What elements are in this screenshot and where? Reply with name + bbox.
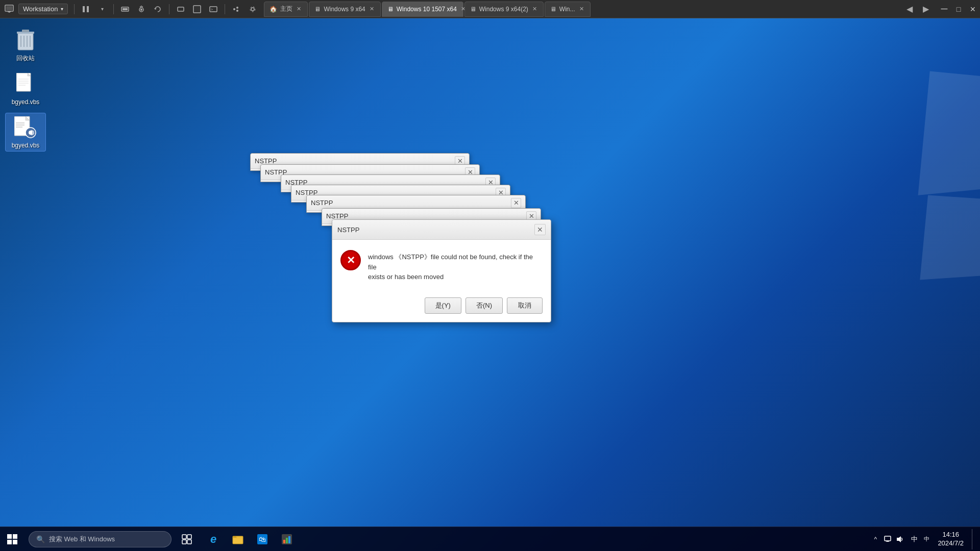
svg-rect-48: [286, 538, 288, 543]
tab-home[interactable]: 🏠 主页 ✕: [264, 2, 308, 17]
taskbar-right: ^ 中 中: [870, 529, 980, 549]
svg-point-16: [236, 7, 238, 9]
win9x64-tab-close[interactable]: ✕: [369, 6, 375, 12]
win9x64-tab-icon: 🖥: [314, 6, 321, 13]
bgyed-vbs-1-label: bgyed.vbs: [12, 98, 40, 106]
main-error-dialog[interactable]: NSTPP ✕ windows 《NSTPP》file could not be…: [332, 219, 551, 322]
network-tray-icon[interactable]: [883, 534, 893, 544]
pause-chevron[interactable]: ▾: [95, 2, 109, 16]
view-dropdown-button[interactable]: [229, 2, 243, 16]
yes-button[interactable]: 是(Y): [425, 297, 461, 314]
clock[interactable]: 14:16 2024/7/2: [934, 531, 968, 548]
language-indicator[interactable]: 中: [909, 535, 920, 544]
error-line-1: windows 《NSTPP》file could not be found, …: [368, 253, 533, 271]
nav-arrows: ◀ ▶: [898, 2, 937, 16]
main-dialog-title: NSTPP: [337, 226, 359, 234]
win10-tab-label: Windows 10 1507 x64: [397, 6, 457, 13]
svg-rect-12: [194, 7, 200, 12]
bgyed-vbs-2-image: ⚙: [13, 115, 38, 140]
system-tray: ^: [870, 534, 905, 544]
svg-rect-22: [22, 30, 29, 32]
svg-rect-5: [87, 6, 89, 12]
home-tab-close[interactable]: ✕: [296, 6, 302, 12]
maximize-button[interactable]: □: [951, 2, 966, 16]
desktop-icons-area: 回收站 bgyed.vbs: [5, 26, 46, 152]
dialog-6-title: NSTPP: [326, 212, 348, 220]
home-tab-icon: 🏠: [270, 6, 277, 13]
snapshot-button[interactable]: [134, 2, 149, 16]
svg-point-17: [236, 10, 238, 12]
main-dialog-body: windows 《NSTPP》file could not be found, …: [332, 240, 551, 292]
svg-rect-4: [83, 6, 85, 12]
win-extra-tab-close[interactable]: ✕: [578, 6, 585, 12]
cancel-button[interactable]: 取消: [507, 297, 543, 314]
taskbar-app-icons: e 🛍: [198, 528, 302, 550]
tab-win-extra[interactable]: 🖥 Win... ✕: [545, 2, 591, 17]
svg-rect-41: [182, 540, 186, 544]
bgyed-vbs-2-icon[interactable]: ⚙ bgyed.vbs: [5, 113, 46, 152]
tray-expand-button[interactable]: ^: [870, 534, 880, 544]
svg-text:>_: >_: [211, 8, 215, 12]
svg-rect-42: [187, 540, 191, 544]
start-icon: [7, 534, 17, 544]
svg-rect-40: [187, 535, 191, 539]
vm-icon: [4, 4, 14, 14]
separator-4: [225, 4, 225, 14]
no-button[interactable]: 否(N): [465, 297, 503, 314]
fit-window-button[interactable]: [174, 2, 188, 16]
explorer-taskbar-icon[interactable]: [227, 528, 249, 550]
svg-marker-53: [897, 536, 901, 542]
toolbar-left: Workstation ▾ ▾: [0, 2, 264, 16]
svg-rect-7: [122, 8, 128, 10]
send-ctrl-alt-del-button[interactable]: [118, 2, 132, 16]
close-button[interactable]: ✕: [966, 2, 980, 16]
tab-win9x64-2[interactable]: 🖥 Windows 9 x64(2) ✕: [464, 2, 544, 17]
show-desktop-button[interactable]: [972, 529, 976, 549]
recycle-bin-icon[interactable]: 回收站: [5, 26, 46, 65]
main-dialog-close-button[interactable]: ✕: [534, 224, 546, 235]
store-taskbar-icon[interactable]: 🛍: [251, 528, 274, 550]
bgyed-vbs-1-icon[interactable]: bgyed.vbs: [5, 70, 46, 108]
separator-3: [169, 4, 169, 14]
svg-rect-39: [182, 535, 186, 539]
svg-rect-49: [288, 536, 290, 543]
error-line-2: exists or has been moved: [368, 273, 444, 281]
dialog-1-title: NSTPP: [255, 157, 277, 165]
input-method-label: 中: [924, 535, 929, 543]
task-view-button[interactable]: [176, 528, 198, 550]
error-message: windows 《NSTPP》file could not be found, …: [368, 250, 543, 282]
win9x64-2-tab-close[interactable]: ✕: [531, 6, 538, 12]
chart-taskbar-icon[interactable]: [276, 528, 298, 550]
pause-button[interactable]: [79, 2, 93, 16]
main-dialog-titlebar: NSTPP ✕: [332, 220, 551, 240]
chevron-down-icon: ▾: [61, 6, 63, 12]
separator-2: [113, 4, 114, 14]
svg-rect-47: [283, 540, 285, 543]
nav-back-button[interactable]: ◀: [902, 2, 917, 16]
window-controls: ─ □ ✕: [937, 2, 980, 16]
svg-text:🛍: 🛍: [259, 535, 266, 543]
search-placeholder: 搜索 Web 和 Windows: [49, 535, 115, 544]
edge-taskbar-icon[interactable]: e: [202, 528, 225, 550]
volume-tray-icon[interactable]: [895, 534, 905, 544]
console-button[interactable]: >_: [206, 2, 220, 16]
dialog-5-close[interactable]: ✕: [511, 198, 521, 208]
revert-button[interactable]: [151, 2, 165, 16]
separator-1: [74, 4, 75, 14]
recycle-bin-label: 回收站: [16, 54, 35, 63]
workstation-button[interactable]: Workstation ▾: [18, 4, 68, 14]
desktop: Workstation ▾ ▾: [0, 0, 980, 551]
minimize-button[interactable]: ─: [937, 2, 951, 16]
win10-tab-icon: 🖥: [387, 6, 394, 13]
settings-button[interactable]: [246, 2, 260, 16]
fullscreen-button[interactable]: [190, 2, 204, 16]
tab-win10-1507[interactable]: 🖥 Windows 10 1507 x64 ✕: [382, 2, 463, 17]
dialog-5-title: NSTPP: [311, 199, 333, 207]
svg-rect-1: [6, 6, 12, 10]
taskbar: 🔍 搜索 Web 和 Windows e: [0, 527, 980, 551]
tab-win9x64[interactable]: 🖥 Windows 9 x64 ✕: [309, 2, 380, 17]
date-display: 2024/7/2: [938, 539, 964, 548]
search-bar[interactable]: 🔍 搜索 Web 和 Windows: [29, 531, 172, 547]
nav-forward-button[interactable]: ▶: [919, 2, 933, 16]
start-button[interactable]: [0, 527, 24, 552]
